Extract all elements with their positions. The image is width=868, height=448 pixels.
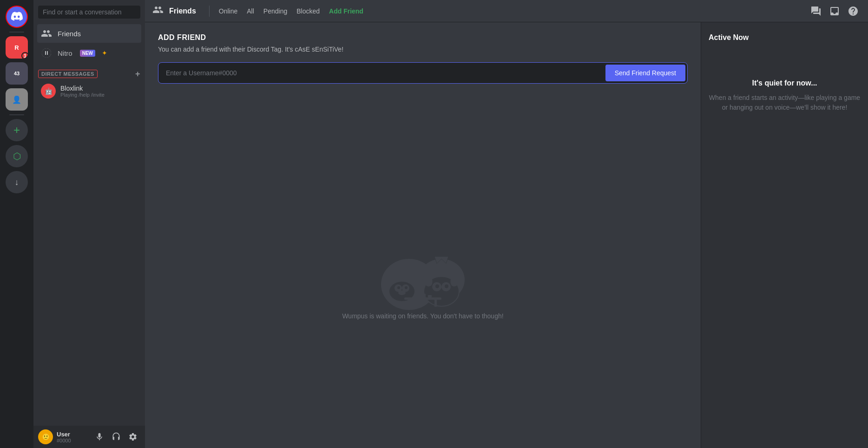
add-server-button[interactable]: + [6, 119, 28, 141]
svg-rect-21 [422, 294, 426, 297]
nitro-star-icon: ✦ [102, 49, 107, 57]
header-tab-add-friend[interactable]: Add Friend [325, 6, 367, 17]
main-header: Friends Online All Pending Blocked Add F… [145, 0, 868, 22]
nitro-icon [41, 47, 52, 59]
dm-section-header: DIRECT MESSAGES + [33, 62, 145, 80]
wumpus-area: ✦ ✦ Wumpus is waiting on friends. You do… [158, 102, 688, 437]
active-now-empty-desc: When a friend starts an activity—like pl… [709, 93, 861, 112]
main-content: Friends Online All Pending Blocked Add F… [145, 0, 868, 448]
svg-rect-17 [404, 297, 441, 300]
send-friend-request-button[interactable]: Send Friend Request [605, 65, 685, 81]
server-sidebar: R 1 43 👤 + ⬡ ↓ [0, 0, 33, 448]
mic-icon-button[interactable] [92, 429, 107, 444]
new-group-dm-icon[interactable] [809, 4, 823, 19]
wumpus-illustration: ✦ ✦ [349, 219, 497, 312]
svg-point-7 [405, 286, 408, 289]
discord-home-button[interactable] [6, 6, 28, 28]
headset-icon-button[interactable] [109, 429, 124, 444]
inbox-icon[interactable] [827, 4, 842, 19]
direct-messages-label: DIRECT MESSAGES [38, 70, 98, 78]
dm-name-bloxlink: Bloxlink [60, 85, 105, 92]
sidebar-item-nitro[interactable]: Nitro NEW ✦ [37, 44, 141, 62]
wumpus-caption: Wumpus is waiting on friends. You don't … [342, 312, 503, 320]
svg-point-12 [435, 284, 439, 288]
header-tab-pending[interactable]: Pending [260, 6, 291, 17]
nitro-label: Nitro [58, 49, 72, 57]
add-friend-form: Send Friend Request [158, 62, 688, 84]
svg-rect-19 [434, 300, 437, 307]
search-bar-container [33, 0, 145, 24]
add-friend-area: ADD FRIEND You can add a friend with the… [145, 22, 701, 448]
active-now-empty-title: It's quiet for now... [752, 79, 817, 87]
active-now-empty: It's quiet for now... When a friend star… [709, 79, 861, 112]
help-icon[interactable] [846, 4, 861, 19]
user-name: User [57, 431, 71, 438]
svg-text:✦: ✦ [460, 272, 463, 276]
bottom-icons [92, 429, 140, 444]
header-icons [809, 4, 861, 19]
add-friend-title: ADD FRIEND [158, 33, 688, 42]
svg-rect-22 [428, 295, 432, 297]
sidebar-user: 🙂 User #0000 [38, 429, 71, 444]
friends-icon [41, 28, 52, 39]
notification-badge: 1 [21, 52, 28, 59]
sidebar-nav: Friends Nitro NEW ✦ [33, 24, 145, 62]
explore-servers-button[interactable]: ⬡ [6, 145, 28, 167]
dm-status-bloxlink: Playing /help /invite [60, 92, 105, 98]
search-input[interactable] [38, 6, 140, 19]
channel-sidebar: Friends Nitro NEW ✦ DIRECT MESSAGES + 🤖 … [33, 0, 145, 448]
user-info: User #0000 [57, 431, 71, 443]
header-divider [209, 6, 210, 17]
dm-avatar-bloxlink: 🤖 [41, 84, 56, 99]
header-title: Friends [169, 7, 196, 15]
server-icon-red[interactable]: R 1 [6, 36, 28, 59]
svg-rect-18 [409, 300, 411, 307]
add-friend-subtitle: You can add a friend with their Discord … [158, 46, 688, 53]
friends-label: Friends [58, 30, 81, 38]
server-divider [9, 32, 24, 33]
settings-icon-button[interactable] [125, 429, 140, 444]
header-friends-icon [152, 4, 164, 18]
active-now-sidebar: Active Now It's quiet for now... When a … [701, 22, 868, 448]
dm-info-bloxlink: Bloxlink Playing /help /invite [60, 85, 105, 98]
sidebar-item-friends[interactable]: Friends [37, 24, 141, 43]
download-apps-button[interactable]: ↓ [6, 171, 28, 193]
active-now-title: Active Now [709, 33, 861, 42]
svg-point-5 [397, 286, 400, 289]
svg-point-14 [445, 284, 448, 288]
server-icon-avatar-user[interactable]: 👤 [6, 88, 28, 111]
header-tab-blocked[interactable]: Blocked [293, 6, 323, 17]
header-tab-online[interactable]: Online [215, 6, 241, 17]
main-body: ADD FRIEND You can add a friend with the… [145, 22, 868, 448]
dm-item-bloxlink[interactable]: 🤖 Bloxlink Playing /help /invite [37, 80, 141, 102]
svg-point-8 [398, 290, 406, 295]
add-dm-button[interactable]: + [135, 70, 140, 78]
server-divider-2 [9, 114, 24, 115]
svg-text:✦: ✦ [421, 275, 425, 281]
user-tag: #0000 [57, 438, 71, 443]
dm-list: 🤖 Bloxlink Playing /help /invite [33, 80, 145, 426]
svg-rect-20 [416, 295, 420, 297]
server-icon-number[interactable]: 43 [6, 62, 28, 85]
header-tab-all[interactable]: All [243, 6, 258, 17]
nitro-new-badge: NEW [80, 50, 95, 57]
sidebar-bottom: 🙂 User #0000 [33, 426, 145, 448]
add-friend-input[interactable] [158, 63, 604, 83]
user-avatar: 🙂 [38, 429, 53, 444]
